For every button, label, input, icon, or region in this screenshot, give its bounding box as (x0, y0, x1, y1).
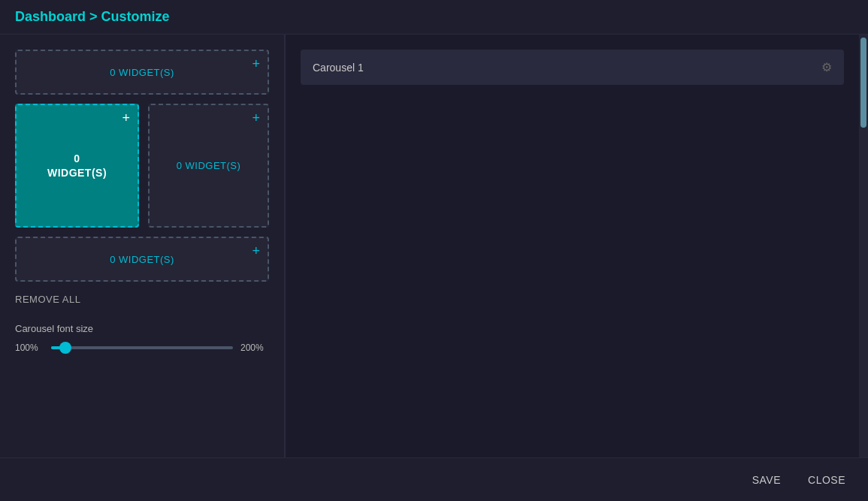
slider-thumb[interactable] (59, 342, 71, 354)
right-panel: Carousel 1 ⚙ (286, 35, 859, 457)
font-size-label: Carousel font size (15, 323, 269, 334)
font-size-min-label: 100% (15, 343, 44, 353)
save-button[interactable]: SAVE (745, 469, 788, 490)
font-size-max-label: 200% (240, 343, 269, 353)
middle-right-slot[interactable]: + 0 WIDGET(S) (148, 104, 269, 228)
font-size-row: 100% 200% (15, 340, 269, 355)
font-size-section: Carousel font size 100% 200% (15, 323, 269, 355)
middle-right-label: 0 WIDGET(S) (177, 160, 241, 171)
middle-right-plus-icon: + (252, 111, 260, 125)
top-slot-plus-icon: + (252, 57, 260, 71)
bottom-slot-label: 0 WIDGET(S) (110, 254, 174, 265)
middle-left-slot[interactable]: + 0WIDGET(S) (15, 104, 139, 228)
font-size-slider-container[interactable] (51, 340, 233, 355)
app-header: Dashboard > Customize (0, 0, 868, 35)
bottom-slot-plus-icon: + (252, 244, 260, 258)
scrollbar-thumb[interactable] (860, 38, 866, 128)
carousel-item: Carousel 1 ⚙ (301, 50, 844, 85)
top-slot-label: 0 WIDGET(S) (110, 67, 174, 78)
footer: SAVE CLOSE (0, 457, 868, 501)
scrollbar[interactable] (859, 35, 868, 457)
middle-left-label: 0WIDGET(S) (47, 152, 107, 179)
page-title: Dashboard > Customize (15, 9, 170, 24)
left-panel: + 0 WIDGET(S) + 0WIDGET(S) + 0 WIDGET(S)… (0, 35, 286, 457)
remove-all-button[interactable]: REMOVE ALL (15, 291, 269, 308)
top-widget-slot[interactable]: + 0 WIDGET(S) (15, 50, 269, 95)
middle-slots-row: + 0WIDGET(S) + 0 WIDGET(S) (15, 104, 269, 228)
middle-left-plus-icon: + (122, 111, 130, 125)
carousel-item-name: Carousel 1 (313, 62, 364, 74)
slider-track (51, 346, 233, 349)
carousel-gear-icon[interactable]: ⚙ (821, 60, 832, 74)
bottom-widget-slot[interactable]: + 0 WIDGET(S) (15, 237, 269, 282)
close-button[interactable]: CLOSE (800, 469, 853, 490)
main-content: + 0 WIDGET(S) + 0WIDGET(S) + 0 WIDGET(S)… (0, 35, 868, 457)
